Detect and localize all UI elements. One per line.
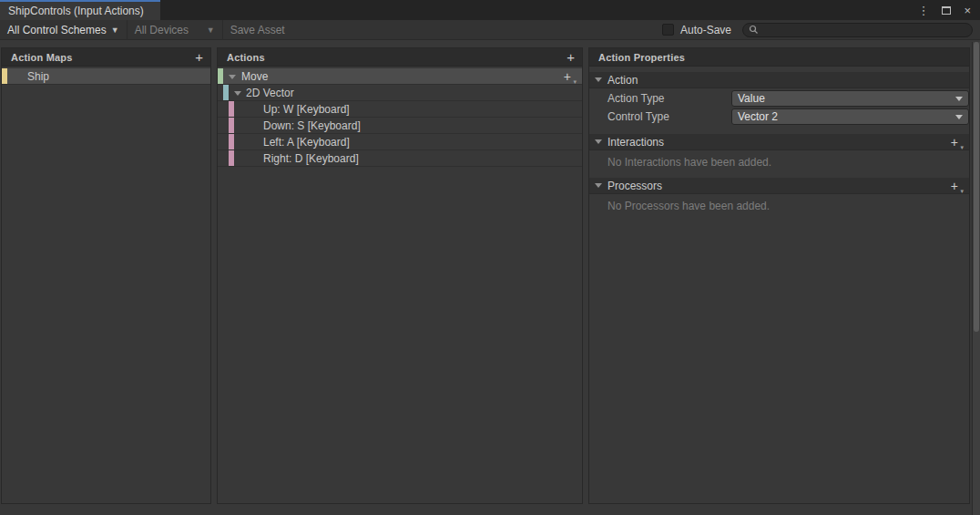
binding-label: Down: S [Keyboard] [263,119,361,132]
scrollbar-thumb[interactable] [974,42,979,332]
add-action-map-button[interactable]: + [193,50,205,64]
action-label: Move [241,70,268,83]
save-asset-button[interactable]: Save Asset [223,20,292,39]
binding-label: Left: A [Keyboard] [263,136,350,149]
composite-row-2d-vector[interactable]: 2D Vector [218,85,582,101]
binding-label: Up: W [Keyboard] [263,103,350,116]
binding-color-strip [229,101,234,117]
add-action-button[interactable]: + [565,50,577,64]
add-binding-button[interactable]: + ▾ [564,70,577,83]
add-processor-button[interactable]: + ▾ [951,180,964,192]
control-type-label: Control Type [607,110,669,123]
action-maps-panel: Action Maps + Ship [1,47,211,504]
maximize-icon[interactable] [942,6,951,15]
processors-empty-message: No Processors have been added. [589,194,969,212]
foldout-expanded-icon [595,77,602,82]
action-type-dropdown[interactable]: Value [731,90,969,107]
action-row-move[interactable]: Move + ▾ [218,68,582,85]
caret-down-icon: ▾ [573,78,577,85]
foldout-expanded-icon[interactable] [234,91,241,96]
foldout-expanded-icon [595,139,602,144]
composite-label: 2D Vector [246,87,294,99]
binding-row-left[interactable]: Left: A [Keyboard] [218,134,582,150]
binding-color-strip [229,134,234,149]
map-color-strip [2,68,7,84]
binding-color-strip [229,118,234,133]
toolbar: All Control Schemes ▼ All Devices ▼ Save… [0,20,980,40]
binding-row-down[interactable]: Down: S [Keyboard] [218,118,582,134]
chevron-down-icon: ▼ [111,26,119,35]
vertical-scrollbar[interactable] [972,42,980,515]
control-type-value: Vector 2 [738,110,778,123]
action-properties-header: Action Properties [589,48,969,67]
control-type-dropdown[interactable]: Vector 2 [731,108,969,125]
save-asset-label: Save Asset [230,24,285,36]
action-maps-header: Action Maps + [2,48,210,67]
interactions-section-title: Interactions [607,136,664,149]
foldout-expanded-icon[interactable] [229,75,236,79]
auto-save-checkbox[interactable] [662,24,674,36]
binding-label: Right: D [Keyboard] [263,152,359,165]
main-area: Action Maps + Ship Actions + Move + ▾ [0,41,980,515]
action-properties-panel: Action Properties Action Action Type Val… [588,47,970,504]
action-type-label: Action Type [607,92,664,105]
caret-down-icon: ▾ [960,188,964,194]
action-section-title: Action [607,74,638,87]
control-schemes-dropdown[interactable]: All Control Schemes ▼ [0,20,127,39]
section-gap [589,169,969,178]
search-icon [749,25,759,35]
devices-label: All Devices [135,24,189,36]
menu-icon[interactable]: ⋮ [917,5,929,16]
foldout-expanded-icon [595,183,602,188]
action-type-value: Value [738,92,765,105]
search-input[interactable] [762,24,966,36]
binding-row-up[interactable]: Up: W [Keyboard] [218,101,582,118]
control-schemes-label: All Control Schemes [7,24,107,36]
window-tab[interactable]: ShipControls (Input Actions) [0,0,160,20]
chevron-down-icon: ▼ [207,26,215,35]
action-maps-title: Action Maps [11,52,73,63]
title-bar: ShipControls (Input Actions) ⋮ × [0,0,980,20]
action-map-row-ship[interactable]: Ship [2,68,210,85]
search-box[interactable] [742,23,973,37]
close-icon[interactable]: × [964,5,971,16]
actions-title: Actions [227,52,265,63]
input-actions-window: ShipControls (Input Actions) ⋮ × All Con… [0,0,980,515]
binding-row-right[interactable]: Right: D [Keyboard] [218,150,582,167]
action-map-label: Ship [27,70,49,83]
chevron-down-icon [955,97,963,101]
section-gap [589,125,969,134]
auto-save-label: Auto-Save [680,24,731,36]
interactions-empty-message: No Interactions have been added. [589,150,969,169]
add-interaction-button[interactable]: + ▾ [951,136,964,149]
binding-color-strip [229,150,234,166]
action-type-row: Action Type Value [589,90,969,107]
window-controls: ⋮ × [917,0,980,20]
processors-section-header[interactable]: Processors + ▾ [589,178,969,194]
action-section-header[interactable]: Action [589,72,969,88]
processors-section-title: Processors [607,180,662,192]
chevron-down-icon [955,115,963,119]
control-type-row: Control Type Vector 2 [589,108,969,125]
tab-title: ShipControls (Input Actions) [8,5,144,17]
devices-dropdown[interactable]: All Devices ▼ [128,20,222,39]
action-properties-title: Action Properties [598,52,685,63]
actions-panel: Actions + Move + ▾ 2D Vector Up: W [Keyb [217,47,583,504]
actions-header: Actions + [218,48,582,67]
interactions-section-header[interactable]: Interactions + ▾ [589,134,969,150]
composite-color-strip [223,85,229,100]
caret-down-icon: ▾ [960,144,964,150]
action-color-strip [218,68,223,84]
